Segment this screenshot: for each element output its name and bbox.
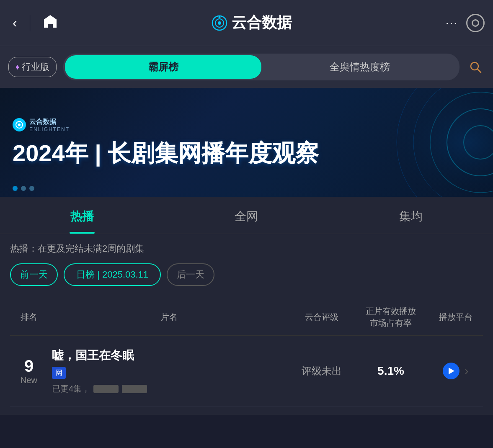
back-button[interactable]: ‹ — [8, 11, 21, 35]
nav-divider — [30, 15, 30, 31]
banner-decoration — [334, 88, 493, 197]
brand-title: 云合数据 — [232, 13, 292, 33]
banner-logo-text-area: 云合数据 ENLIGHTENT — [29, 118, 70, 132]
youku-platform-icon — [443, 363, 459, 379]
title-column: 嘘，国王在冬眠 网 已更4集， — [48, 348, 290, 394]
drama-blur-2 — [122, 385, 147, 393]
industry-badge-button[interactable]: ♦ 行业版 — [8, 57, 57, 77]
svg-point-2 — [218, 21, 221, 25]
rank-column: 9 New — [10, 357, 48, 385]
search-icon — [469, 60, 482, 74]
platform-column: › — [428, 363, 483, 379]
svg-marker-14 — [449, 368, 454, 374]
prev-day-button[interactable]: 前一天 — [10, 263, 58, 286]
home-button[interactable] — [39, 10, 62, 36]
banner-dot-1 — [13, 186, 18, 191]
banner-dot-3 — [29, 186, 34, 191]
svg-line-5 — [478, 69, 481, 72]
header-rating: 云合评级 — [290, 312, 353, 323]
rating-column: 评级未出 — [290, 364, 353, 378]
banner-dot-2 — [21, 186, 26, 191]
header-platform: 播放平台 — [428, 312, 483, 323]
industry-label: 行业版 — [22, 61, 49, 73]
drama-sub-info: 已更4集， — [52, 383, 286, 394]
rank-number: 9 — [24, 357, 34, 376]
nav-bar: ‹ 云合数据 ··· — [0, 0, 493, 46]
banner-content: 云合数据 ENLIGHTENT 2024年 | 长剧集网播年度观察 — [0, 109, 331, 175]
record-inner-icon — [472, 19, 479, 27]
table-row[interactable]: 9 New 嘘，国王在冬眠 网 已更4集， 评级未出 5.1% — [10, 336, 483, 407]
tab-bapin-button[interactable]: 霸屏榜 — [65, 55, 261, 79]
svg-point-7 — [18, 124, 21, 126]
banner-logo-en: ENLIGHTENT — [29, 126, 70, 132]
banner-logo-icon — [13, 118, 26, 131]
content-tabs: 热播 全网 集均 — [0, 197, 493, 234]
svg-rect-13 — [334, 88, 493, 197]
brand-logo-icon — [212, 15, 227, 31]
search-button[interactable] — [466, 58, 485, 76]
filter-bar: ♦ 行业版 霸屏榜 全舆情热度榜 — [0, 46, 493, 88]
date-nav: 前一天 日榜 | 2025.03.11 后一天 — [10, 263, 483, 286]
tab-avg-button[interactable]: 集均 — [329, 197, 493, 234]
record-button[interactable] — [466, 14, 485, 32]
nav-title: 云合数据 — [66, 13, 437, 33]
main-content: 热播：在更及完结未满2周的剧集 前一天 日榜 | 2025.03.11 后一天 … — [0, 234, 493, 415]
next-day-button[interactable]: 后一天 — [167, 263, 214, 286]
tab-yuqing-button[interactable]: 全舆情热度榜 — [261, 55, 458, 79]
banner-logo-cn: 云合数据 — [29, 118, 70, 126]
description-text: 热播：在更及完结未满2周的剧集 — [10, 242, 483, 255]
banner[interactable]: 云合数据 ENLIGHTENT 2024年 | 长剧集网播年度观察 — [0, 88, 493, 197]
current-date-button[interactable]: 日榜 | 2025.03.11 — [64, 263, 161, 286]
drama-meta: 网 — [52, 367, 286, 381]
drama-badge-web: 网 — [52, 367, 66, 379]
header-rank: 排名 — [10, 312, 48, 323]
svg-point-3 — [218, 16, 220, 18]
tab-switch: 霸屏榜 全舆情热度榜 — [63, 54, 459, 80]
banner-title: 2024年 | 长剧集网播年度观察 — [13, 139, 319, 167]
drama-title: 嘘，国王在冬眠 — [52, 348, 286, 363]
market-column: 5.1% — [353, 364, 428, 378]
header-market: 正片有效播放 市场占有率 — [353, 305, 428, 329]
header-title: 片名 — [48, 312, 290, 323]
table-header: 排名 片名 云合评级 正片有效播放 市场占有率 播放平台 — [10, 299, 483, 336]
drama-blur-1 — [93, 385, 119, 393]
drama-episode-text: 已更4集， — [52, 383, 90, 394]
tab-all-button[interactable]: 全网 — [164, 197, 328, 234]
banner-dots — [13, 186, 34, 191]
rank-new-label: New — [21, 376, 37, 385]
row-chevron-icon[interactable]: › — [465, 364, 468, 378]
tab-hot-button[interactable]: 热播 — [0, 197, 164, 234]
banner-logo: 云合数据 ENLIGHTENT — [13, 118, 319, 132]
diamond-icon: ♦ — [15, 63, 19, 72]
more-button[interactable]: ··· — [441, 12, 462, 34]
